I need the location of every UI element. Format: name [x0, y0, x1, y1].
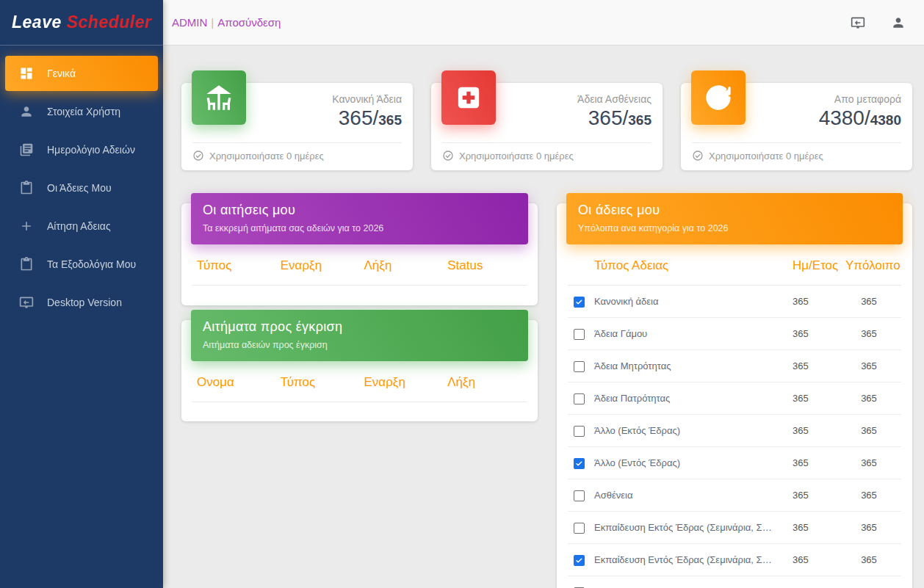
days-per-year: 365: [779, 318, 841, 350]
panel-subtitle: Τα εκκρεμή αιτήματα σας αδειών για το 20…: [203, 223, 516, 233]
sidebar-item-label: Αίτηση Αδειας: [47, 220, 111, 232]
medical-cross-icon: [441, 70, 496, 125]
leave-type-checkbox[interactable]: [574, 297, 585, 308]
leave-type-checkbox[interactable]: [574, 393, 585, 404]
leave-type-row: Άδεια Μητρότητας 365 365: [568, 350, 901, 382]
leave-type-checkbox[interactable]: [574, 426, 585, 437]
sidebar-item-label: Ημερολόγιο Αδειών: [47, 144, 135, 156]
panel-title: Οι αιτήσεις μου: [203, 203, 516, 218]
username-link[interactable]: ADMIN: [172, 16, 207, 29]
app-logo: Leave Scheduler: [0, 0, 163, 46]
days-per-year: 365: [779, 447, 841, 479]
column-header: Τύπος: [192, 244, 276, 286]
stat-footer-text: Χρησιμοποιήσατε 0 ημέρες: [709, 150, 823, 161]
column-header: Λήξη: [360, 244, 444, 286]
check-circle-icon: [692, 150, 704, 161]
my-leaves-header: Οι άδειες μου Υπόλοιπα ανα κατηγορία για…: [566, 193, 903, 244]
sidebar-item-label: Desktop Version: [47, 297, 122, 308]
days-per-year: 365: [779, 544, 841, 576]
leave-type-row: Άδεια Πατρότητας 365 365: [568, 382, 901, 415]
sidebar-item-label: Στοιχεία Χρήστη: [47, 106, 120, 117]
leave-type-checkbox[interactable]: [574, 458, 585, 469]
pending-approvals-header: Αιτήματα προς έγκριση Αιτήματα αδειών πρ…: [191, 310, 528, 361]
person-icon: [19, 104, 34, 119]
leave-type-checkbox[interactable]: [574, 329, 585, 340]
leave-type-row: Κανονική άδεια 365 365: [568, 286, 901, 318]
column-header: Εναρξη: [360, 361, 444, 402]
sidebar-item-my-leaves[interactable]: Οι Άδειες Μου: [5, 170, 158, 206]
sidebar-item-label: Οι Άδειες Μου: [47, 182, 112, 194]
column-header: Τύπος Αδειας: [594, 244, 779, 286]
remaining-days: 365: [841, 544, 901, 576]
history-icon: [691, 70, 746, 125]
remaining-days: 365: [841, 350, 901, 382]
stats-row: Κανονική Άδεια 365/365 Χρησιμοποιήσατε 0…: [181, 83, 912, 170]
topbar: ADMIN|Αποσύνδεση: [163, 0, 924, 46]
sidebar: Leave Scheduler Γενικά Στοιχεία Χρήστη Η…: [0, 0, 163, 588]
remaining-days: 365: [841, 479, 901, 512]
leave-type-row: Άλλο (Εντός Έδρας) 365 365: [568, 447, 901, 479]
remaining-days: 365: [841, 318, 901, 350]
stat-footer-text: Χρησιμοποιήσατε 0 ημέρες: [459, 150, 574, 161]
remaining-days: 365: [841, 415, 901, 447]
panel-title: Οι άδειες μου: [578, 203, 891, 218]
remaining-days: 365: [841, 576, 901, 588]
panel-subtitle: Υπόλοιπα ανα κατηγορία για το 2026: [578, 223, 891, 233]
my-leaves-panel: Οι άδειες μου Υπόλοιπα ανα κατηγορία για…: [557, 203, 912, 588]
sidebar-item-user-details[interactable]: Στοιχεία Χρήστη: [5, 94, 158, 129]
leave-type-checkbox[interactable]: [574, 490, 585, 501]
my-requests-header: Οι αιτήσεις μου Τα εκκρεμή αιτήματα σας …: [191, 193, 528, 244]
stat-card: Απο μεταφορά 4380/4380 Χρησιμοποιήσατε 0…: [681, 83, 912, 170]
column-header: Τύπος: [276, 361, 360, 402]
checkbox-column-header: [568, 244, 594, 286]
separator: |: [211, 16, 214, 29]
sidebar-item-my-expenses[interactable]: Τα Εξοδολόγια Μου: [5, 247, 158, 282]
user-profile-icon[interactable]: [891, 15, 906, 30]
stat-footer-text: Χρησιμοποιήσατε 0 ημέρες: [209, 150, 324, 161]
desktop-version-icon[interactable]: [851, 15, 865, 30]
stat-card: Κανονική Άδεια 365/365 Χρησιμοποιήσατε 0…: [181, 83, 413, 170]
sidebar-item-desktop-version[interactable]: Desktop Version: [5, 285, 158, 320]
leave-type-row: Άλλο (Εκτός Έδρας) 365 365: [568, 415, 901, 447]
leave-type-row: Ασθένεια 365 365: [568, 479, 901, 512]
calendar-book-icon: [19, 142, 34, 157]
leave-type-label: Επαγγελματικό Ταξίδι: [594, 576, 779, 588]
days-per-year: 365: [779, 415, 841, 447]
pending-approvals-panel: Αιτήματα προς έγκριση Αιτήματα αδειών πρ…: [181, 320, 538, 422]
column-header: Υπόλοιπο: [841, 244, 901, 286]
check-circle-icon: [442, 150, 454, 161]
leave-type-checkbox[interactable]: [574, 555, 585, 566]
desktop-icon: [19, 295, 34, 310]
topbar-icons: [851, 15, 906, 30]
dashboard-content: Κανονική Άδεια 365/365 Χρησιμοποιήσατε 0…: [163, 46, 924, 588]
clipboard-icon: [19, 257, 34, 272]
stat-footer: Χρησιμοποιήσατε 0 ημέρες: [181, 143, 413, 168]
sidebar-item-general[interactable]: Γενικά: [5, 56, 158, 91]
leave-type-label: Άδεια Γάμου: [594, 318, 779, 350]
leave-type-checkbox[interactable]: [574, 361, 585, 372]
sidebar-item-leave-calendar[interactable]: Ημερολόγιο Αδειών: [5, 132, 158, 167]
leave-type-label: Άλλο (Εντός Έδρας): [594, 447, 779, 479]
sidebar-item-label: Γενικά: [47, 68, 76, 79]
dashboard-icon: [19, 66, 34, 81]
remaining-days: 365: [841, 447, 901, 479]
column-header: Status: [443, 244, 527, 286]
empty-table-body: [192, 286, 527, 305]
deck-icon: [192, 70, 246, 125]
column-header: Ονομα: [192, 361, 276, 402]
leave-type-row: Εκπαίδευση Εκτός Έδρας (Σεμινάρια, Συνέδ…: [568, 512, 901, 544]
stat-footer: Χρησιμοποιήσατε 0 ημέρες: [681, 143, 912, 168]
leave-type-checkbox[interactable]: [574, 523, 585, 534]
leave-type-row: Επαγγελματικό Ταξίδι 365 365: [568, 576, 901, 588]
logout-link[interactable]: Αποσύνδεση: [217, 16, 281, 29]
panel-subtitle: Αιτήματα αδειών προς έγκριση: [203, 340, 516, 350]
sidebar-nav: Γενικά Στοιχεία Χρήστη Ημερολόγιο Αδειών…: [0, 46, 163, 333]
check-circle-icon: [192, 150, 204, 161]
leave-balances-table: Τύπος Αδειας Ημ/Ετος Υπόλοιπο Κανονική ά…: [568, 244, 901, 588]
sidebar-item-leave-request[interactable]: Αίτηση Αδειας: [5, 208, 158, 244]
brand-leave: Leave: [12, 12, 62, 32]
stat-card: Άδεια Ασθένειας 365/365 Χρησιμοποιήσατε …: [431, 83, 663, 170]
leave-type-label: Άλλο (Εκτός Έδρας): [594, 415, 779, 447]
leave-type-row: Εκπαίδευση Εντός Έδρας (Σεμινάρια, Συνέδ…: [568, 544, 901, 576]
leave-type-label: Άδεια Μητρότητας: [594, 350, 779, 382]
